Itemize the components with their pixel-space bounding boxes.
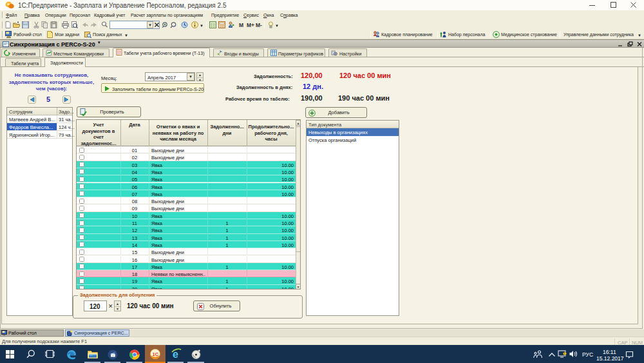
svg-text:1С: 1С xyxy=(153,351,159,357)
